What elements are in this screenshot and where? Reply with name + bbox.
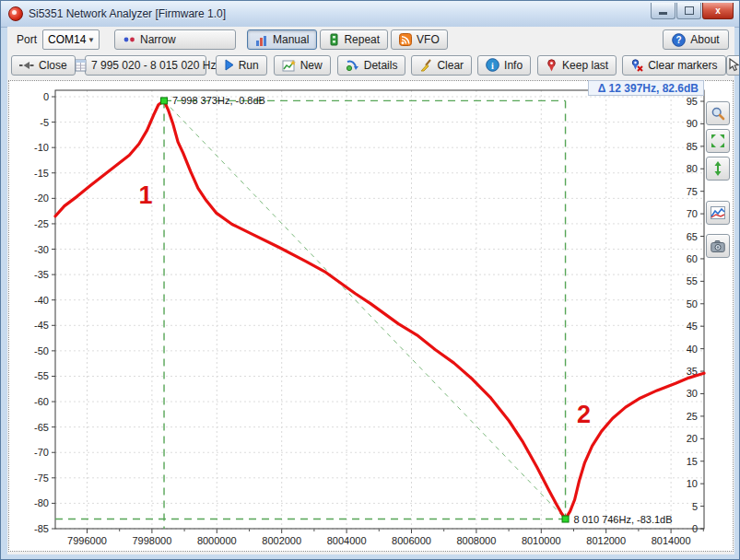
narrow-button[interactable]: Narrow: [114, 29, 236, 50]
svg-text:-70: -70: [34, 447, 49, 458]
svg-text:8010000: 8010000: [522, 535, 561, 546]
details-label: Details: [364, 59, 398, 72]
help-icon: ?: [672, 33, 686, 47]
rss-icon: [399, 33, 412, 46]
network-analyzer-plot[interactable]: 7996000799800080000008002000800400080060…: [9, 81, 733, 551]
svg-text:?: ?: [676, 35, 682, 45]
info-button[interactable]: i Info: [477, 55, 531, 76]
arrow-detail-icon: [346, 59, 359, 71]
svg-text:-30: -30: [34, 244, 49, 255]
bar-chart-icon: [255, 34, 268, 46]
svg-text:-25: -25: [34, 218, 49, 229]
about-button[interactable]: ? About: [663, 29, 729, 50]
keep-last-button[interactable]: Keep last: [537, 55, 617, 76]
svg-text:60: 60: [687, 253, 698, 264]
vfo-button[interactable]: VFO: [391, 29, 448, 50]
svg-text:2: 2: [577, 401, 591, 428]
svg-text:65: 65: [687, 231, 698, 242]
port-value: COM14: [48, 33, 86, 46]
magnifier-icon: [711, 106, 725, 121]
play-icon: [224, 59, 234, 71]
manual-button[interactable]: Manual: [247, 29, 317, 50]
window-title: Si5351 Network Analyzer [Firmware 1.0]: [29, 7, 226, 20]
save-chart-button[interactable]: [706, 201, 730, 225]
info-label: Info: [504, 59, 523, 72]
clear-markers-label: Clear markers: [648, 59, 717, 72]
svg-text:50: 50: [687, 298, 698, 309]
svg-text:-10: -10: [34, 142, 49, 153]
svg-text:-50: -50: [34, 345, 49, 356]
mini-chart-icon: [711, 206, 725, 219]
run-button[interactable]: Run: [216, 55, 267, 76]
svg-text:8014000: 8014000: [652, 535, 691, 546]
svg-text:-65: -65: [34, 422, 49, 433]
svg-text:-20: -20: [34, 192, 49, 204]
svg-text:90: 90: [687, 118, 698, 129]
clear-markers-button[interactable]: Clear markers: [622, 55, 725, 76]
svg-text:-5: -5: [40, 117, 49, 128]
camera-icon: [711, 240, 725, 252]
close-session-button[interactable]: Close: [11, 55, 76, 76]
svg-text:1: 1: [139, 181, 153, 209]
chart-panel: 7996000799800080000008002000800400080060…: [8, 80, 734, 552]
pointer-tool-button[interactable]: [726, 55, 740, 76]
svg-text:8000000: 8000000: [197, 535, 237, 546]
port-label: Port: [17, 33, 37, 46]
run-label: Run: [239, 59, 259, 72]
spreadsheet-icon: [75, 59, 87, 72]
port-select[interactable]: COM14 ▼: [42, 29, 100, 50]
svg-text:-35: -35: [34, 269, 49, 280]
vfo-label: VFO: [417, 33, 440, 46]
fit-all-button[interactable]: [706, 129, 730, 153]
svg-text:8 010 746Hz, -83.1dB: 8 010 746Hz, -83.1dB: [574, 514, 673, 525]
maximize-button[interactable]: [676, 3, 701, 19]
close-window-button[interactable]: x: [702, 3, 734, 19]
info-icon: i: [486, 58, 499, 72]
new-button[interactable]: New: [274, 55, 331, 76]
svg-text:-55: -55: [34, 370, 49, 381]
svg-text:-85: -85: [34, 523, 49, 534]
app-icon: [8, 6, 23, 21]
manual-label: Manual: [273, 33, 309, 46]
clear-button[interactable]: Clear: [411, 55, 472, 76]
keep-last-label: Keep last: [562, 59, 608, 72]
svg-text:7996000: 7996000: [67, 535, 107, 546]
delta-readout: Δ 12 397Hz, 82.6dB: [588, 80, 704, 96]
frequency-range-button[interactable]: 7 995 020 - 8 015 020 Hz: [85, 55, 206, 76]
expand-arrows-icon: [711, 134, 725, 148]
svg-text:95: 95: [687, 96, 698, 107]
broom-icon: [419, 59, 432, 72]
frequency-range-label: 7 995 020 - 8 015 020 Hz: [91, 59, 216, 72]
app-window: Si5351 Network Analyzer [Firmware 1.0] x…: [0, 0, 740, 560]
close-session-label: Close: [39, 59, 67, 72]
svg-text:25: 25: [687, 411, 698, 422]
plug-icon: [19, 60, 34, 71]
svg-text:10: 10: [687, 478, 698, 489]
fit-vertical-button[interactable]: [706, 157, 730, 181]
chevron-down-icon: ▼: [88, 36, 95, 44]
svg-text:7998000: 7998000: [132, 535, 171, 546]
repeat-label: Repeat: [344, 33, 380, 46]
zoom-tool-button[interactable]: [706, 101, 730, 125]
svg-text:70: 70: [687, 208, 698, 219]
pin-icon: [546, 59, 558, 72]
repeat-button[interactable]: Repeat: [320, 29, 388, 50]
svg-text:55: 55: [687, 275, 698, 286]
svg-text:85: 85: [687, 141, 698, 152]
screenshot-button[interactable]: [706, 234, 730, 258]
minimize-button[interactable]: [651, 3, 675, 19]
toolbar-row-1: Port COM14 ▼ Narrow Manual: [7, 27, 734, 52]
svg-text:40: 40: [687, 344, 698, 355]
details-button[interactable]: Details: [337, 55, 406, 76]
svg-text:45: 45: [687, 321, 698, 332]
svg-text:-45: -45: [34, 320, 49, 331]
client-area: Port COM14 ▼ Narrow Manual: [7, 27, 734, 554]
svg-text:30: 30: [687, 388, 698, 399]
new-label: New: [300, 59, 323, 72]
svg-text:75: 75: [687, 186, 698, 197]
svg-text:20: 20: [687, 433, 698, 444]
svg-text:80: 80: [687, 163, 698, 174]
svg-text:8004000: 8004000: [327, 535, 367, 546]
svg-text:15: 15: [687, 456, 698, 467]
new-chart-icon: [282, 59, 296, 72]
